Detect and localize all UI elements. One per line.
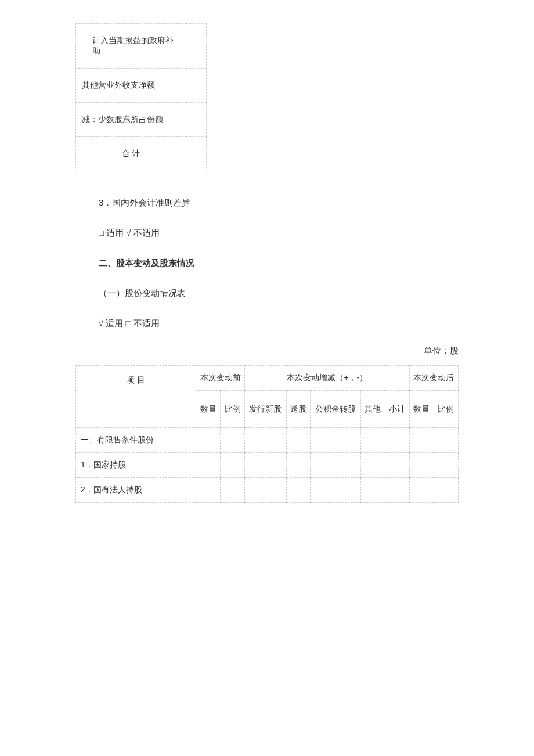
cell bbox=[409, 428, 434, 453]
cell bbox=[221, 428, 245, 453]
table-row: 1．国家持股 bbox=[76, 453, 459, 478]
cell bbox=[360, 453, 385, 478]
cell bbox=[286, 453, 311, 478]
col-header-new-issue: 发行新股 bbox=[245, 391, 286, 428]
table-row: 合 计 bbox=[76, 137, 207, 171]
col-header-item: 项 目 bbox=[76, 366, 196, 428]
cell bbox=[245, 453, 286, 478]
summary-table: 计入当期损益的政府补助 其他营业外收支净额 减：少数股东所占份额 合 计 bbox=[75, 23, 207, 171]
row-label: 其他营业外收支净额 bbox=[76, 69, 186, 103]
col-header-qty: 数量 bbox=[409, 391, 434, 428]
share-change-table: 项 目 本次变动前 本次变动增减（+，-） 本次变动后 数量 比例 发行新股 送… bbox=[75, 365, 459, 503]
cell bbox=[196, 453, 221, 478]
table-row: 计入当期损益的政府补助 bbox=[76, 24, 207, 69]
cell bbox=[409, 453, 434, 478]
col-header-other: 其他 bbox=[360, 391, 385, 428]
cell bbox=[360, 478, 385, 503]
cell bbox=[385, 428, 409, 453]
cell bbox=[434, 428, 458, 453]
cell bbox=[221, 453, 245, 478]
subsection-heading: （一）股份变动情况表 bbox=[99, 285, 459, 301]
cell bbox=[409, 478, 434, 503]
table-row: 其他营业外收支净额 bbox=[76, 69, 207, 103]
cell bbox=[311, 478, 361, 503]
col-header-subtotal: 小计 bbox=[385, 391, 409, 428]
cell bbox=[286, 478, 311, 503]
cell bbox=[221, 478, 245, 503]
row-label: 1．国家持股 bbox=[76, 453, 196, 478]
cell bbox=[286, 428, 311, 453]
cell bbox=[311, 453, 361, 478]
cell bbox=[434, 453, 458, 478]
cell bbox=[434, 478, 458, 503]
table-row: 减：少数股东所占份额 bbox=[76, 103, 207, 137]
row-label: 减：少数股东所占份额 bbox=[76, 103, 186, 137]
cell bbox=[196, 478, 221, 503]
cell bbox=[196, 428, 221, 453]
applicability-indicator: √ 适用 □ 不适用 bbox=[99, 315, 459, 331]
col-header-fund: 公积金转股 bbox=[311, 391, 361, 428]
row-value bbox=[186, 103, 207, 137]
row-value bbox=[186, 24, 207, 69]
row-label: 计入当期损益的政府补助 bbox=[76, 24, 186, 69]
unit-label: 单位：股 bbox=[75, 345, 459, 357]
cell bbox=[245, 478, 286, 503]
row-label: 2．国有法人持股 bbox=[76, 478, 196, 503]
section-heading: 3．国内外会计准则差异 bbox=[99, 195, 459, 210]
row-value bbox=[186, 69, 207, 103]
col-header-after: 本次变动后 bbox=[409, 366, 458, 391]
cell bbox=[385, 478, 409, 503]
cell bbox=[311, 428, 361, 453]
cell bbox=[360, 428, 385, 453]
col-header-ratio: 比例 bbox=[434, 391, 458, 428]
table-row: 一、有限售条件股份 bbox=[76, 428, 459, 453]
col-header-bonus: 送股 bbox=[286, 391, 311, 428]
applicability-indicator: □ 适用 √ 不适用 bbox=[99, 225, 459, 240]
row-label: 一、有限售条件股份 bbox=[76, 428, 196, 453]
section-heading: 二、股本变动及股东情况 bbox=[99, 255, 459, 271]
table-header-row: 项 目 本次变动前 本次变动增减（+，-） 本次变动后 bbox=[76, 366, 459, 391]
cell bbox=[245, 428, 286, 453]
col-header-ratio: 比例 bbox=[221, 391, 245, 428]
cell bbox=[385, 453, 409, 478]
row-value bbox=[186, 137, 207, 171]
col-header-qty: 数量 bbox=[196, 391, 221, 428]
col-header-before: 本次变动前 bbox=[196, 366, 245, 391]
row-label: 合 计 bbox=[76, 137, 186, 171]
table-row: 2．国有法人持股 bbox=[76, 478, 459, 503]
col-header-change: 本次变动增减（+，-） bbox=[245, 366, 410, 391]
